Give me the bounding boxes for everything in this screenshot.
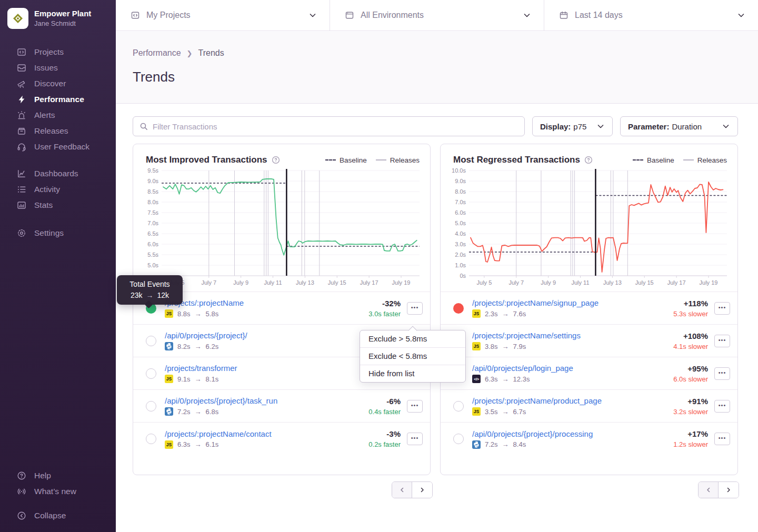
transaction-radio[interactable]: [453, 434, 464, 444]
breadcrumb-performance[interactable]: Performance: [133, 48, 181, 58]
issues-icon: [17, 63, 26, 73]
arrow-right-icon: →: [195, 408, 202, 416]
parameter-value: Duration: [672, 122, 702, 131]
python-icon: [165, 407, 173, 416]
transaction-actions-button[interactable]: •••: [714, 433, 730, 445]
svg-text:July 13: July 13: [296, 279, 314, 286]
page-header: Performance ❯ Trends Trends: [116, 32, 758, 104]
transaction-durations: JS8.8s→5.8s: [165, 309, 363, 318]
transaction-row: /api/0/projects/{project}/task_run7.2s→6…: [133, 390, 430, 423]
transaction-link[interactable]: /projects/:projectName/contact: [165, 429, 363, 438]
transaction-durations: 7.2s→6.8s: [165, 407, 363, 416]
transaction-actions-button[interactable]: •••: [407, 433, 423, 445]
sidebar-item-projects[interactable]: Projects: [0, 44, 116, 60]
sidebar-item-collapse[interactable]: Collapse: [0, 508, 116, 524]
transaction-link[interactable]: /api/0/projects/{project}/: [165, 331, 363, 340]
arrow-right-icon: →: [195, 375, 202, 383]
transaction-link[interactable]: /projects/:projectName/product_page: [472, 396, 670, 405]
parameter-dropdown[interactable]: Parameter: Duration: [620, 116, 738, 136]
transaction-radio[interactable]: [146, 336, 156, 346]
org-logo: [7, 8, 28, 29]
transaction-link[interactable]: /api/0/projects/ep/login_page: [472, 364, 670, 373]
arrow-right-icon: →: [502, 408, 509, 416]
sidebar-item-performance[interactable]: Performance: [0, 92, 116, 107]
org-switcher[interactable]: Empower Plant Jane Schmidt: [0, 0, 116, 37]
environment-selector[interactable]: All Environments: [330, 0, 544, 31]
transaction-actions-button[interactable]: •••: [407, 400, 423, 413]
svg-text:July 5: July 5: [477, 279, 492, 286]
search-icon: [139, 122, 148, 131]
tooltip-from-value: 23k: [131, 291, 143, 299]
transaction-radio[interactable]: [146, 401, 156, 411]
chevron-down-icon: [716, 122, 730, 131]
question-mark-icon[interactable]: [272, 156, 280, 164]
transaction-row: /api/0/projects/ep/login_page</>6.3s→12.…: [441, 357, 737, 390]
breadcrumb-trends[interactable]: Trends: [198, 48, 224, 58]
sidebar-item-what-s-new[interactable]: What’s new: [0, 484, 116, 499]
menu-item-exclude-5-8ms[interactable]: Exclude > 5.8ms: [360, 330, 465, 348]
transaction-link[interactable]: /api/0/projects/{project}/processing: [472, 429, 670, 438]
transaction-link[interactable]: /projects/:projectName/signup_page: [472, 298, 670, 307]
sidebar-item-issues[interactable]: Issues: [0, 60, 116, 76]
sidebar-bottom: HelpWhat’s newCollapse: [0, 468, 116, 524]
sidebar-item-settings[interactable]: Settings: [0, 225, 116, 241]
javascript-icon: JS: [165, 309, 173, 318]
sidebar-item-releases[interactable]: Releases: [0, 123, 116, 139]
calendar-icon: [559, 11, 568, 20]
svg-text:6.0s: 6.0s: [147, 241, 158, 247]
transaction-actions-button[interactable]: •••: [407, 302, 423, 315]
python-icon: [472, 440, 481, 449]
svg-text:July 7: July 7: [508, 279, 524, 286]
javascript-icon: JS: [472, 407, 481, 416]
javascript-icon: JS: [165, 440, 173, 449]
svg-text:5.0s: 5.0s: [147, 262, 158, 268]
display-dropdown[interactable]: Display: p75: [532, 116, 613, 136]
transaction-link[interactable]: /projects/transformer: [165, 364, 363, 373]
transaction-actions-button[interactable]: •••: [714, 400, 730, 413]
question-mark-icon[interactable]: [584, 156, 593, 164]
transaction-actions-button[interactable]: •••: [714, 367, 730, 380]
stats-icon: [17, 200, 26, 210]
project-selector[interactable]: My Projects: [116, 0, 330, 31]
search-input[interactable]: [153, 122, 518, 131]
sidebar-item-help[interactable]: Help: [0, 468, 116, 484]
sidebar-item-activity[interactable]: Activity: [0, 182, 116, 197]
next-page-button[interactable]: [719, 482, 739, 498]
previous-page-button[interactable]: [699, 482, 719, 498]
improved-trend-chart: 9.5s9.0s8.5s8.0s7.5s7.0s6.5s6.0s5.5s5.0s…: [139, 166, 426, 289]
transaction-link[interactable]: /projects/:projectName/settings: [472, 331, 670, 340]
releases-icon: [17, 126, 26, 136]
chevron-down-icon: [523, 11, 531, 19]
menu-item-exclude-5-8ms[interactable]: Exclude < 5.8ms: [360, 348, 465, 365]
sidebar-item-discover[interactable]: Discover: [0, 76, 116, 92]
transaction-link[interactable]: /api/0/projects/{project}/task_run: [165, 396, 363, 405]
sidebar-item-alerts[interactable]: Alerts: [0, 107, 116, 123]
transaction-radio[interactable]: [146, 434, 156, 444]
baseline-legend-swatch: [325, 159, 336, 160]
next-page-button[interactable]: [412, 482, 432, 498]
transaction-radio[interactable]: [146, 368, 156, 379]
menu-item-hide-from-list[interactable]: Hide from list: [360, 365, 465, 382]
transaction-radio[interactable]: [453, 303, 464, 314]
transaction-durations: JS2.3s→7.6s: [472, 309, 670, 318]
transaction-actions-button[interactable]: •••: [714, 335, 730, 347]
svg-text:July 11: July 11: [264, 279, 282, 286]
previous-page-button[interactable]: [392, 482, 412, 498]
sidebar-item-user-feedback[interactable]: User Feedback: [0, 139, 116, 155]
transaction-actions-button[interactable]: •••: [714, 302, 730, 315]
alerts-icon: [17, 111, 26, 120]
arrow-right-icon: →: [195, 343, 202, 350]
transaction-delta: -6%0.4s faster: [363, 397, 401, 416]
transaction-radio[interactable]: [453, 401, 464, 411]
transaction-delta: +108%4.1s slower: [670, 332, 708, 350]
sidebar-item-stats[interactable]: Stats: [0, 197, 116, 213]
svg-text:4.0s: 4.0s: [455, 230, 466, 237]
svg-text:5.5s: 5.5s: [147, 252, 158, 258]
transaction-link[interactable]: /projects/:projectName: [165, 298, 363, 307]
dashboards-icon: [17, 169, 26, 178]
svg-text:7.0s: 7.0s: [147, 220, 158, 226]
svg-text:July 19: July 19: [392, 279, 411, 286]
arrow-right-icon: →: [502, 310, 509, 318]
sidebar-item-dashboards[interactable]: Dashboards: [0, 166, 116, 182]
date-range-selector[interactable]: Last 14 days: [544, 0, 758, 31]
